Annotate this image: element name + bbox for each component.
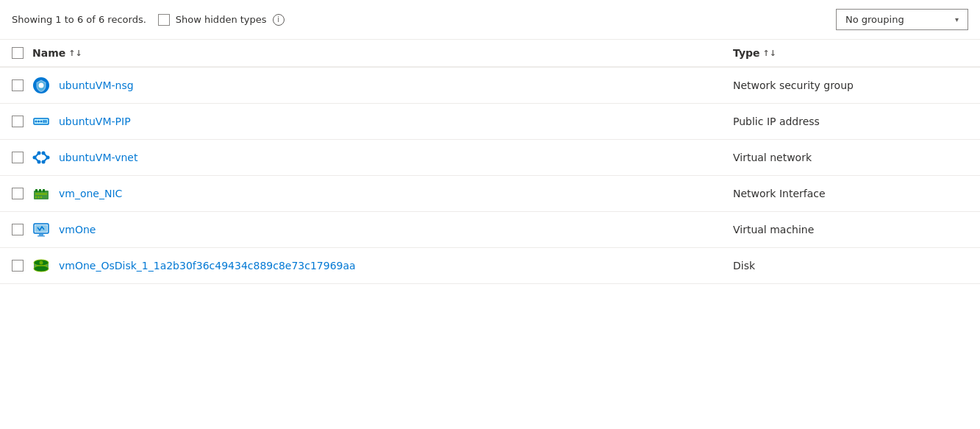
svg-rect-18 — [35, 193, 47, 195]
name-column-header: Name ↑↓ — [32, 47, 724, 59]
resource-type: Disk — [733, 260, 968, 272]
resource-type: Network Interface — [733, 188, 968, 199]
grouping-dropdown[interactable]: No grouping ▾ — [836, 9, 968, 30]
select-all-checkbox[interactable] — [12, 47, 24, 59]
row-checkbox[interactable] — [12, 224, 24, 235]
svg-point-8 — [33, 156, 37, 160]
svg-rect-7 — [43, 120, 47, 123]
svg-point-20 — [37, 196, 39, 198]
show-hidden-container: Show hidden types i — [158, 14, 285, 26]
vm-icon — [32, 221, 50, 238]
svg-point-5 — [37, 121, 40, 123]
table-row: ubuntuVM-PIP Public IP address — [0, 104, 980, 140]
type-column-header: Type ↑↓ — [733, 47, 968, 59]
show-hidden-label: Show hidden types — [176, 14, 267, 25]
svg-point-9 — [46, 156, 50, 160]
resource-type: Virtual machine — [733, 224, 968, 235]
svg-rect-26 — [37, 235, 45, 237]
table-row: vmOne Virtual machine — [0, 212, 980, 248]
type-sort-icon[interactable]: ↑↓ — [763, 49, 776, 58]
svg-rect-15 — [35, 189, 37, 192]
svg-point-4 — [35, 121, 37, 123]
table-row: vmOne_OsDisk_1_1a2b30f36c49434c889c8e73c… — [0, 248, 980, 284]
svg-point-11 — [37, 160, 41, 164]
resource-name-link[interactable]: ubuntuVM-nsg — [59, 79, 724, 91]
resource-table: ubuntuVM-nsg Network security group ubun… — [0, 68, 980, 284]
svg-point-31 — [40, 261, 43, 265]
table-row: ubuntuVM-nsg Network security group — [0, 68, 980, 104]
vnet-icon — [32, 149, 50, 166]
svg-rect-25 — [39, 234, 43, 235]
svg-point-13 — [42, 160, 46, 164]
resource-type: Public IP address — [733, 116, 968, 127]
svg-point-19 — [35, 196, 37, 198]
resource-name-link[interactable]: ubuntuVM-PIP — [59, 116, 724, 127]
table-header: Name ↑↓ Type ↑↓ — [0, 40, 980, 68]
resource-name-link[interactable]: vmOne — [59, 224, 724, 235]
grouping-label: No grouping — [845, 14, 904, 25]
svg-point-12 — [42, 152, 46, 155]
row-checkbox[interactable] — [12, 152, 24, 163]
svg-point-10 — [37, 152, 41, 155]
svg-rect-16 — [39, 189, 41, 192]
row-checkbox[interactable] — [12, 79, 24, 91]
record-count: Showing 1 to 6 of 6 records. — [12, 14, 146, 25]
disk-icon — [32, 257, 50, 274]
table-row: ubuntuVM-vnet Virtual network — [0, 140, 980, 176]
pip-icon — [32, 113, 50, 130]
nic-icon — [32, 185, 50, 202]
svg-point-1 — [39, 83, 44, 88]
svg-point-21 — [40, 196, 42, 198]
chevron-down-icon: ▾ — [955, 15, 959, 24]
row-checkbox[interactable] — [12, 188, 24, 199]
resource-type: Virtual network — [733, 152, 968, 163]
info-icon[interactable]: i — [273, 14, 285, 26]
svg-point-6 — [40, 121, 43, 123]
resource-name-link[interactable]: vmOne_OsDisk_1_1a2b30f36c49434c889c8e73c… — [59, 260, 724, 272]
row-checkbox[interactable] — [12, 260, 24, 272]
toolbar: Showing 1 to 6 of 6 records. Show hidden… — [0, 0, 980, 40]
resource-type: Network security group — [733, 79, 968, 91]
nsg-icon — [32, 77, 50, 94]
name-sort-icon[interactable]: ↑↓ — [68, 49, 82, 58]
resource-name-link[interactable]: ubuntuVM-vnet — [59, 152, 724, 163]
table-row: vm_one_NIC Network Interface — [0, 176, 980, 212]
resource-name-link[interactable]: vm_one_NIC — [59, 188, 724, 199]
show-hidden-checkbox[interactable] — [158, 14, 170, 26]
svg-rect-17 — [43, 189, 45, 192]
row-checkbox[interactable] — [12, 116, 24, 127]
